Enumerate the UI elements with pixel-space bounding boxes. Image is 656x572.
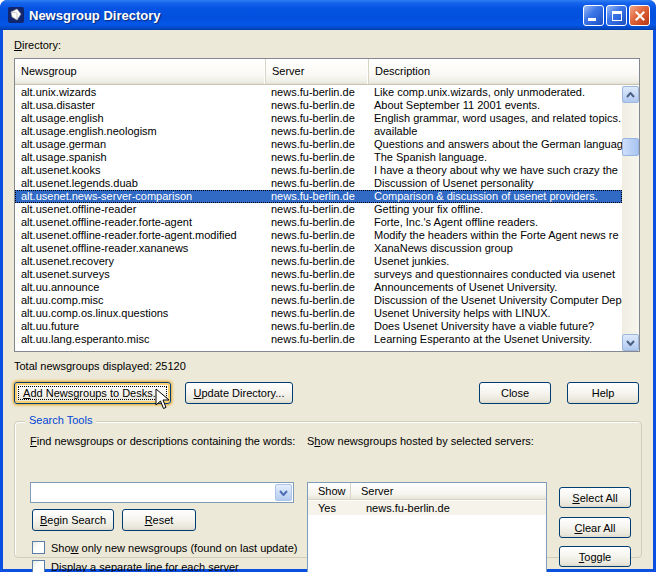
cell-server: news.fu-berlin.de: [265, 242, 368, 255]
cell-description: Comparison & discussion of usenet provid…: [368, 190, 622, 203]
table-row[interactable]: alt.uu.lang.esperanto.miscnews.fu-berlin…: [15, 333, 622, 346]
cell-server: news.fu-berlin.de: [265, 151, 368, 164]
mouse-cursor-icon: [155, 388, 170, 410]
table-row[interactable]: alt.usenet.offline-reader.forte-agentnew…: [15, 216, 622, 229]
cell-server: news.fu-berlin.de: [265, 112, 368, 125]
chevron-down-icon: [279, 490, 288, 496]
cell-description: Questions and answers about the German l…: [368, 138, 622, 151]
table-row[interactable]: alt.usenet.recoverynews.fu-berlin.deUsen…: [15, 255, 622, 268]
column-header-server[interactable]: Server: [266, 59, 369, 84]
table-row[interactable]: alt.uu.futurenews.fu-berlin.deDoes Usene…: [15, 320, 622, 333]
cell-server: news.fu-berlin.de: [265, 99, 368, 112]
close-button[interactable]: Close: [479, 382, 551, 404]
cell-newsgroup: alt.uu.lang.esperanto.misc: [15, 333, 265, 346]
search-tools-title: Search Tools: [25, 414, 96, 426]
column-header-server[interactable]: Server: [351, 483, 546, 499]
window-title: Newsgroup Directory: [29, 8, 160, 23]
reset-button[interactable]: Reset: [122, 509, 196, 531]
table-row[interactable]: alt.usa.disasternews.fu-berlin.deAbout S…: [15, 99, 622, 112]
cell-description: available: [368, 125, 622, 138]
cell-newsgroup: alt.usenet.offline-reader: [15, 203, 265, 216]
table-row[interactable]: alt.usenet.legends.duabnews.fu-berlin.de…: [15, 177, 622, 190]
column-header-description[interactable]: Description: [369, 59, 639, 84]
cell-newsgroup: alt.usenet.kooks: [15, 164, 265, 177]
find-input[interactable]: [33, 484, 273, 500]
show-new-label: Show only new newsgroups (found on last …: [51, 542, 297, 554]
cell-newsgroup: alt.usenet.offline-reader.xananews: [15, 242, 265, 255]
select-all-label: Select All: [572, 492, 617, 504]
cell-server: news.fu-berlin.de: [265, 164, 368, 177]
find-combobox[interactable]: [30, 482, 294, 503]
cell-server: news.fu-berlin.de: [265, 229, 368, 242]
cell-server: news.fu-berlin.de: [265, 86, 368, 99]
reset-label: Reset: [145, 514, 174, 526]
cell-description: Usenet junkies.: [368, 255, 622, 268]
table-row[interactable]: alt.uu.comp.miscnews.fu-berlin.deDiscuss…: [15, 294, 622, 307]
table-row[interactable]: alt.usenet.news-server-comparisonnews.fu…: [15, 190, 622, 203]
help-label: Help: [592, 387, 615, 399]
server-row[interactable]: Yesnews.fu-berlin.de: [308, 501, 546, 515]
clear-all-button[interactable]: Clear All: [559, 517, 631, 538]
cell-description: About September 11 2001 events.: [368, 99, 622, 112]
separate-line-checkbox[interactable]: [32, 560, 45, 572]
table-row[interactable]: alt.usenet.surveysnews.fu-berlin.desurve…: [15, 268, 622, 281]
combo-dropdown-button[interactable]: [275, 484, 292, 501]
table-row[interactable]: alt.usage.englishnews.fu-berlin.deEnglis…: [15, 112, 622, 125]
cell-newsgroup: alt.uu.comp.misc: [15, 294, 265, 307]
toggle-button[interactable]: Toggle: [559, 546, 631, 567]
cell-newsgroup: alt.usage.english.neologism: [15, 125, 265, 138]
show-new-checkbox[interactable]: [32, 541, 45, 554]
cell-description: Discussion of Usenet personality: [368, 177, 622, 190]
server-list[interactable]: Show Server Yesnews.fu-berlin.de: [307, 482, 547, 572]
maximize-button[interactable]: [606, 5, 627, 26]
cell-newsgroup: alt.usenet.offline-reader.forte-agent.mo…: [15, 229, 265, 242]
cell-description: English grammar, word usages, and relate…: [368, 112, 622, 125]
table-row[interactable]: alt.usenet.offline-readernews.fu-berlin.…: [15, 203, 622, 216]
cell-description: Does Usenet University have a viable fut…: [368, 320, 622, 333]
titlebar[interactable]: Newsgroup Directory: [0, 0, 656, 30]
cell-server: news.fu-berlin.de: [265, 333, 368, 346]
update-directory-label: Update Directory...: [194, 387, 285, 399]
table-row[interactable]: alt.usage.germannews.fu-berlin.deQuestio…: [15, 138, 622, 151]
directory-label: Directory:: [14, 39, 61, 51]
toggle-label: Toggle: [579, 551, 611, 563]
table-row[interactable]: alt.uu.comp.os.linux.questionsnews.fu-be…: [15, 307, 622, 320]
scroll-down-button[interactable]: [622, 334, 639, 351]
find-label: Find newsgroups or descriptions containi…: [30, 435, 295, 447]
close-window-button[interactable]: [629, 5, 650, 26]
update-directory-button[interactable]: Update Directory...: [185, 382, 293, 404]
cell-newsgroup: alt.usenet.legends.duab: [15, 177, 265, 190]
search-tools-group: Search Tools Find newsgroups or descript…: [14, 421, 642, 558]
total-newsgroups-label: Total newsgroups displayed: 25120: [14, 360, 186, 372]
cell-newsgroup: alt.usage.spanish: [15, 151, 265, 164]
cell-server: news.fu-berlin.de: [265, 203, 368, 216]
column-header-show[interactable]: Show: [308, 483, 351, 499]
scrollbar-thumb[interactable]: [622, 138, 639, 156]
select-all-button[interactable]: Select All: [559, 487, 631, 508]
table-row[interactable]: alt.usage.english.neologismnews.fu-berli…: [15, 125, 622, 138]
minimize-icon: [588, 18, 596, 21]
cell-description: Announcements of Usenet University.: [368, 281, 622, 294]
table-row[interactable]: alt.uu.announcenews.fu-berlin.deAnnounce…: [15, 281, 622, 294]
cell-description: surveys and questionnaires conducted via…: [368, 268, 622, 281]
chevron-up-icon: [626, 92, 635, 98]
table-row[interactable]: alt.usenet.kooksnews.fu-berlin.deI have …: [15, 164, 622, 177]
begin-search-button[interactable]: Begin Search: [32, 509, 114, 531]
cell-server: news.fu-berlin.de: [265, 320, 368, 333]
table-row[interactable]: alt.usenet.offline-reader.forte-agent.mo…: [15, 229, 622, 242]
cell-newsgroup: alt.uu.announce: [15, 281, 265, 294]
add-newsgroups-button[interactable]: Add Newsgroups to Desks...: [14, 382, 171, 404]
cell-description: Forte, Inc.'s Agent offline readers.: [368, 216, 622, 229]
vertical-scrollbar[interactable]: [622, 86, 639, 351]
cell-description: Like comp.unix.wizards, only unmoderated…: [368, 86, 622, 99]
minimize-button[interactable]: [583, 5, 604, 26]
list-header: Newsgroup Server Description: [15, 59, 639, 85]
newsgroup-list[interactable]: Newsgroup Server Description alt.unix.wi…: [14, 58, 640, 352]
table-row[interactable]: alt.usage.spanishnews.fu-berlin.deThe Sp…: [15, 151, 622, 164]
column-header-newsgroup[interactable]: Newsgroup: [15, 59, 266, 84]
help-button[interactable]: Help: [567, 382, 639, 404]
table-row[interactable]: alt.unix.wizardsnews.fu-berlin.deLike co…: [15, 86, 622, 99]
scroll-up-button[interactable]: [622, 86, 639, 103]
table-row[interactable]: alt.usenet.offline-reader.xananewsnews.f…: [15, 242, 622, 255]
maximize-icon: [612, 11, 622, 21]
